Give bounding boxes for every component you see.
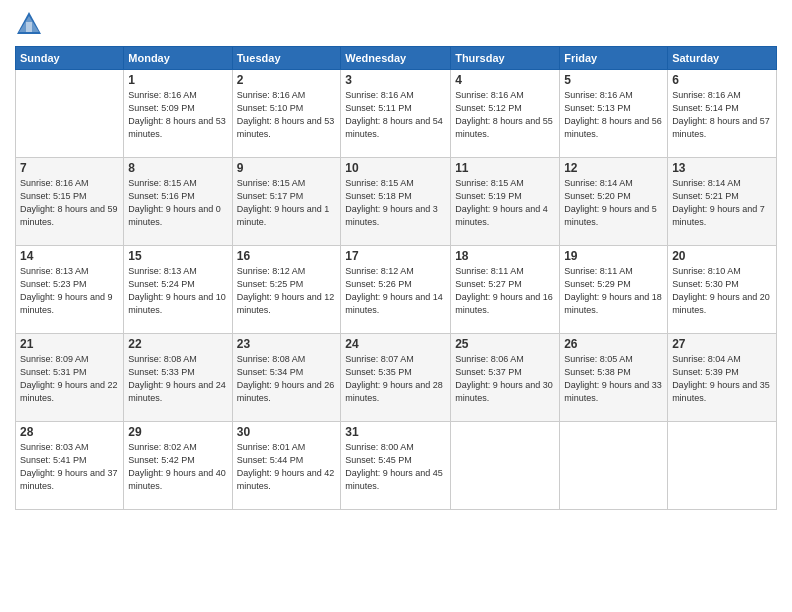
calendar-cell xyxy=(16,70,124,158)
calendar-table: SundayMondayTuesdayWednesdayThursdayFrid… xyxy=(15,46,777,510)
day-info: Sunrise: 8:12 AM Sunset: 5:25 PM Dayligh… xyxy=(237,265,337,317)
day-info: Sunrise: 8:16 AM Sunset: 5:09 PM Dayligh… xyxy=(128,89,227,141)
day-number: 13 xyxy=(672,161,772,175)
calendar-cell: 16Sunrise: 8:12 AM Sunset: 5:25 PM Dayli… xyxy=(232,246,341,334)
weekday-header: Monday xyxy=(124,47,232,70)
calendar-cell: 11Sunrise: 8:15 AM Sunset: 5:19 PM Dayli… xyxy=(451,158,560,246)
day-info: Sunrise: 8:15 AM Sunset: 5:18 PM Dayligh… xyxy=(345,177,446,229)
day-number: 15 xyxy=(128,249,227,263)
calendar-cell: 20Sunrise: 8:10 AM Sunset: 5:30 PM Dayli… xyxy=(668,246,777,334)
day-number: 26 xyxy=(564,337,663,351)
calendar-cell: 4Sunrise: 8:16 AM Sunset: 5:12 PM Daylig… xyxy=(451,70,560,158)
day-number: 29 xyxy=(128,425,227,439)
calendar-week-row: 7Sunrise: 8:16 AM Sunset: 5:15 PM Daylig… xyxy=(16,158,777,246)
day-info: Sunrise: 8:07 AM Sunset: 5:35 PM Dayligh… xyxy=(345,353,446,405)
weekday-header: Friday xyxy=(560,47,668,70)
calendar-cell: 15Sunrise: 8:13 AM Sunset: 5:24 PM Dayli… xyxy=(124,246,232,334)
day-number: 17 xyxy=(345,249,446,263)
day-number: 11 xyxy=(455,161,555,175)
day-info: Sunrise: 8:08 AM Sunset: 5:33 PM Dayligh… xyxy=(128,353,227,405)
calendar-cell: 6Sunrise: 8:16 AM Sunset: 5:14 PM Daylig… xyxy=(668,70,777,158)
svg-rect-2 xyxy=(26,22,32,32)
calendar-cell: 12Sunrise: 8:14 AM Sunset: 5:20 PM Dayli… xyxy=(560,158,668,246)
calendar-cell xyxy=(560,422,668,510)
calendar-week-row: 14Sunrise: 8:13 AM Sunset: 5:23 PM Dayli… xyxy=(16,246,777,334)
calendar-cell: 2Sunrise: 8:16 AM Sunset: 5:10 PM Daylig… xyxy=(232,70,341,158)
calendar-week-row: 1Sunrise: 8:16 AM Sunset: 5:09 PM Daylig… xyxy=(16,70,777,158)
calendar-cell: 23Sunrise: 8:08 AM Sunset: 5:34 PM Dayli… xyxy=(232,334,341,422)
day-number: 3 xyxy=(345,73,446,87)
day-info: Sunrise: 8:01 AM Sunset: 5:44 PM Dayligh… xyxy=(237,441,337,493)
calendar-cell: 19Sunrise: 8:11 AM Sunset: 5:29 PM Dayli… xyxy=(560,246,668,334)
calendar-cell: 30Sunrise: 8:01 AM Sunset: 5:44 PM Dayli… xyxy=(232,422,341,510)
day-number: 22 xyxy=(128,337,227,351)
calendar-header-row: SundayMondayTuesdayWednesdayThursdayFrid… xyxy=(16,47,777,70)
day-number: 2 xyxy=(237,73,337,87)
day-info: Sunrise: 8:15 AM Sunset: 5:17 PM Dayligh… xyxy=(237,177,337,229)
calendar-cell: 5Sunrise: 8:16 AM Sunset: 5:13 PM Daylig… xyxy=(560,70,668,158)
calendar-cell: 8Sunrise: 8:15 AM Sunset: 5:16 PM Daylig… xyxy=(124,158,232,246)
day-info: Sunrise: 8:10 AM Sunset: 5:30 PM Dayligh… xyxy=(672,265,772,317)
calendar-cell: 24Sunrise: 8:07 AM Sunset: 5:35 PM Dayli… xyxy=(341,334,451,422)
day-number: 12 xyxy=(564,161,663,175)
calendar-cell: 10Sunrise: 8:15 AM Sunset: 5:18 PM Dayli… xyxy=(341,158,451,246)
calendar-week-row: 21Sunrise: 8:09 AM Sunset: 5:31 PM Dayli… xyxy=(16,334,777,422)
weekday-header: Tuesday xyxy=(232,47,341,70)
day-number: 23 xyxy=(237,337,337,351)
day-number: 19 xyxy=(564,249,663,263)
day-info: Sunrise: 8:08 AM Sunset: 5:34 PM Dayligh… xyxy=(237,353,337,405)
calendar-cell: 14Sunrise: 8:13 AM Sunset: 5:23 PM Dayli… xyxy=(16,246,124,334)
day-info: Sunrise: 8:15 AM Sunset: 5:19 PM Dayligh… xyxy=(455,177,555,229)
day-info: Sunrise: 8:05 AM Sunset: 5:38 PM Dayligh… xyxy=(564,353,663,405)
weekday-header: Saturday xyxy=(668,47,777,70)
day-number: 16 xyxy=(237,249,337,263)
logo-icon xyxy=(15,10,43,38)
day-info: Sunrise: 8:14 AM Sunset: 5:21 PM Dayligh… xyxy=(672,177,772,229)
day-number: 27 xyxy=(672,337,772,351)
calendar-week-row: 28Sunrise: 8:03 AM Sunset: 5:41 PM Dayli… xyxy=(16,422,777,510)
day-info: Sunrise: 8:03 AM Sunset: 5:41 PM Dayligh… xyxy=(20,441,119,493)
day-number: 14 xyxy=(20,249,119,263)
day-info: Sunrise: 8:09 AM Sunset: 5:31 PM Dayligh… xyxy=(20,353,119,405)
day-info: Sunrise: 8:04 AM Sunset: 5:39 PM Dayligh… xyxy=(672,353,772,405)
calendar-cell xyxy=(668,422,777,510)
day-info: Sunrise: 8:16 AM Sunset: 5:12 PM Dayligh… xyxy=(455,89,555,141)
calendar-cell: 29Sunrise: 8:02 AM Sunset: 5:42 PM Dayli… xyxy=(124,422,232,510)
day-info: Sunrise: 8:06 AM Sunset: 5:37 PM Dayligh… xyxy=(455,353,555,405)
day-number: 21 xyxy=(20,337,119,351)
calendar-cell: 25Sunrise: 8:06 AM Sunset: 5:37 PM Dayli… xyxy=(451,334,560,422)
day-info: Sunrise: 8:14 AM Sunset: 5:20 PM Dayligh… xyxy=(564,177,663,229)
day-number: 4 xyxy=(455,73,555,87)
day-info: Sunrise: 8:16 AM Sunset: 5:14 PM Dayligh… xyxy=(672,89,772,141)
day-number: 31 xyxy=(345,425,446,439)
day-info: Sunrise: 8:16 AM Sunset: 5:11 PM Dayligh… xyxy=(345,89,446,141)
day-number: 25 xyxy=(455,337,555,351)
calendar-cell xyxy=(451,422,560,510)
weekday-header: Sunday xyxy=(16,47,124,70)
calendar-cell: 17Sunrise: 8:12 AM Sunset: 5:26 PM Dayli… xyxy=(341,246,451,334)
calendar-cell: 21Sunrise: 8:09 AM Sunset: 5:31 PM Dayli… xyxy=(16,334,124,422)
page: SundayMondayTuesdayWednesdayThursdayFrid… xyxy=(0,0,792,612)
calendar-cell: 26Sunrise: 8:05 AM Sunset: 5:38 PM Dayli… xyxy=(560,334,668,422)
day-number: 5 xyxy=(564,73,663,87)
calendar-cell: 18Sunrise: 8:11 AM Sunset: 5:27 PM Dayli… xyxy=(451,246,560,334)
day-info: Sunrise: 8:13 AM Sunset: 5:24 PM Dayligh… xyxy=(128,265,227,317)
calendar-cell: 13Sunrise: 8:14 AM Sunset: 5:21 PM Dayli… xyxy=(668,158,777,246)
day-number: 28 xyxy=(20,425,119,439)
day-number: 1 xyxy=(128,73,227,87)
weekday-header: Wednesday xyxy=(341,47,451,70)
weekday-header: Thursday xyxy=(451,47,560,70)
day-number: 18 xyxy=(455,249,555,263)
logo xyxy=(15,10,47,38)
calendar-cell: 3Sunrise: 8:16 AM Sunset: 5:11 PM Daylig… xyxy=(341,70,451,158)
day-number: 30 xyxy=(237,425,337,439)
day-number: 7 xyxy=(20,161,119,175)
day-number: 8 xyxy=(128,161,227,175)
day-number: 20 xyxy=(672,249,772,263)
day-number: 24 xyxy=(345,337,446,351)
day-info: Sunrise: 8:16 AM Sunset: 5:13 PM Dayligh… xyxy=(564,89,663,141)
day-info: Sunrise: 8:16 AM Sunset: 5:10 PM Dayligh… xyxy=(237,89,337,141)
day-info: Sunrise: 8:11 AM Sunset: 5:27 PM Dayligh… xyxy=(455,265,555,317)
day-number: 6 xyxy=(672,73,772,87)
day-info: Sunrise: 8:12 AM Sunset: 5:26 PM Dayligh… xyxy=(345,265,446,317)
